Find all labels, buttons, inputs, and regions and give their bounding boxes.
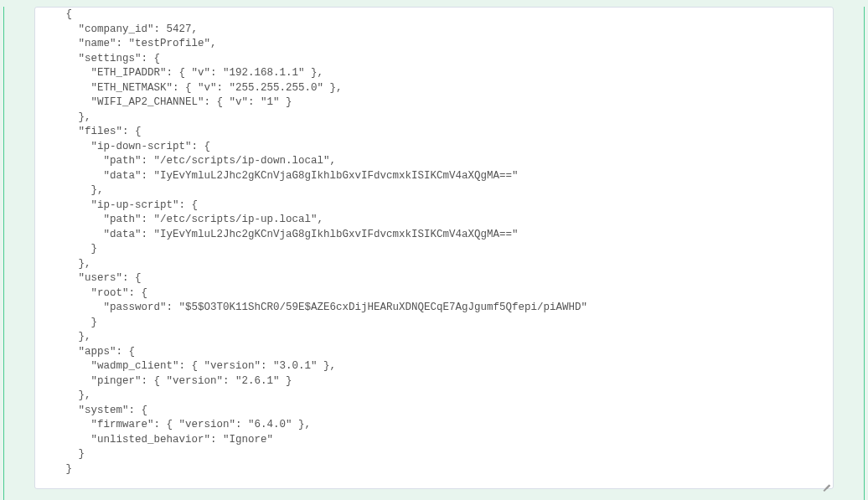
request-body-textarea[interactable]: { "company_id": 5427, "name": "testProfi… xyxy=(34,7,834,489)
api-panel: { "company_id": 5427, "name": "testProfi… xyxy=(3,7,865,500)
json-content: { "company_id": 5427, "name": "testProfi… xyxy=(35,8,833,488)
